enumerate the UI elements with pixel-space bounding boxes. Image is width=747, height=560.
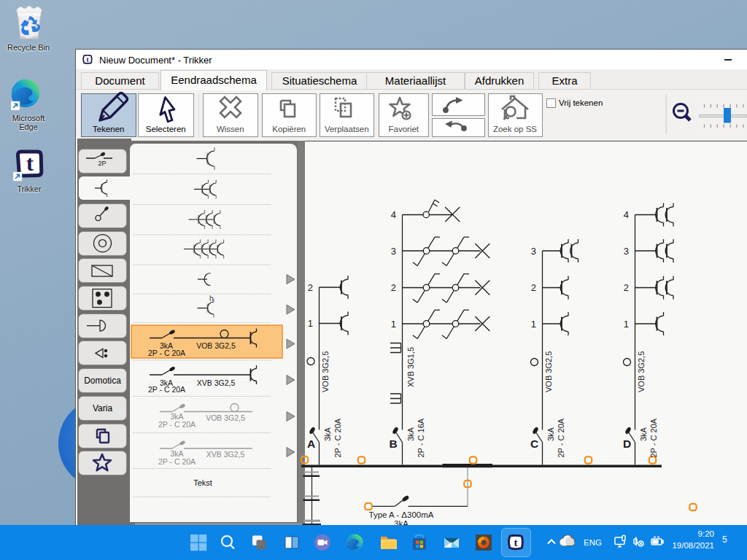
svg-text:2: 2 (308, 282, 313, 293)
svg-text:2P - C 20A: 2P - C 20A (148, 385, 185, 394)
svg-text:2P - C 20A: 2P - C 20A (158, 457, 196, 466)
svg-text:2P - C 20A: 2P - C 20A (148, 349, 185, 357)
svg-text:t: t (26, 151, 34, 175)
svg-text:VOB 3G2,5: VOB 3G2,5 (196, 341, 236, 350)
svg-text:2: 2 (624, 282, 629, 293)
svg-text:t: t (514, 536, 518, 548)
svg-text:A: A (307, 438, 315, 450)
svg-text:2P - C 16A: 2P - C 16A (417, 418, 425, 457)
svg-text:3: 3 (391, 246, 396, 257)
svg-text:D: D (623, 438, 631, 450)
svg-text:2P - C 20A: 2P - C 20A (649, 418, 658, 457)
svg-text:VOB 3G2,5: VOB 3G2,5 (206, 413, 245, 422)
svg-text:VOB 3G2,5: VOB 3G2,5 (321, 351, 330, 392)
svg-text:ENG: ENG (584, 538, 602, 547)
svg-text:XVB 3G2,5: XVB 3G2,5 (197, 378, 236, 387)
svg-text:3kA: 3kA (406, 427, 415, 441)
svg-text:2P - C 20A: 2P - C 20A (158, 420, 196, 429)
svg-text:3: 3 (531, 246, 536, 257)
svg-text:3kA: 3kA (394, 519, 409, 526)
svg-text:1: 1 (391, 319, 396, 330)
svg-text:1: 1 (531, 319, 536, 330)
svg-text:1: 1 (624, 319, 629, 330)
svg-text:2: 2 (531, 282, 536, 293)
svg-text:4: 4 (391, 209, 396, 220)
svg-text:3kA: 3kA (323, 427, 332, 441)
svg-text:VOB 3G2,5: VOB 3G2,5 (544, 351, 553, 392)
svg-text:h: h (209, 295, 214, 303)
svg-text:VOB 3G2,5: VOB 3G2,5 (637, 351, 646, 392)
svg-text:3kA: 3kA (546, 427, 555, 441)
svg-text:3: 3 (624, 246, 629, 257)
svg-text:3kA: 3kA (639, 427, 648, 441)
svg-text:C: C (530, 438, 538, 450)
svg-text:XVB 3G1,5: XVB 3G1,5 (406, 347, 415, 387)
svg-text:2: 2 (391, 282, 396, 293)
svg-text:1: 1 (308, 318, 313, 329)
svg-text:Tekst: Tekst (193, 478, 212, 487)
svg-text:Type A - Δ300mA: Type A - Δ300mA (369, 510, 434, 519)
svg-text:2P - C 20A: 2P - C 20A (557, 418, 565, 457)
svg-text:4: 4 (624, 209, 629, 220)
svg-text:XVB 3G2,5: XVB 3G2,5 (206, 450, 245, 459)
svg-text:2P: 2P (98, 160, 106, 167)
svg-text:B: B (389, 438, 397, 450)
svg-text:2P - C 20A: 2P - C 20A (333, 418, 342, 457)
